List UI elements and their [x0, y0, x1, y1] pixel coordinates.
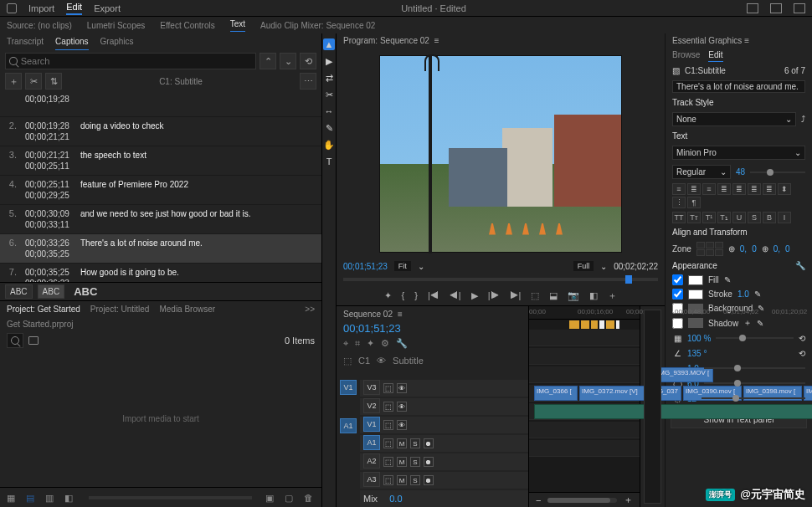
- project-tab-media[interactable]: Media Browser: [159, 305, 215, 318]
- caption-menu[interactable]: ⋯: [300, 73, 316, 90]
- track-v3-head[interactable]: V3⬚👁: [360, 380, 528, 397]
- kern-icon[interactable]: ⬍: [778, 183, 791, 195]
- align-center-icon[interactable]: ≣: [687, 183, 701, 195]
- source-a1[interactable]: A1: [340, 418, 357, 433]
- workspace-icon[interactable]: [747, 3, 758, 13]
- menu-export[interactable]: Export: [94, 3, 121, 13]
- eg-font-select[interactable]: Minion Pro⌄: [672, 146, 805, 160]
- lift-icon[interactable]: ⬚: [531, 290, 539, 301]
- timeline-body[interactable]: IMG_9393.MOV [ IMG_0366 [ IMG_0372.mov […: [529, 330, 640, 492]
- tl-zoom-out[interactable]: −: [536, 495, 541, 505]
- align-right-icon[interactable]: ≡: [702, 183, 716, 195]
- style-abc-large[interactable]: ABC: [69, 285, 101, 298]
- smallcaps-icon[interactable]: Tт: [687, 212, 701, 223]
- style-abc-small[interactable]: ABC: [5, 284, 33, 299]
- split-caption[interactable]: ✂: [25, 73, 42, 90]
- program-timecode[interactable]: 00;01;51;23: [343, 262, 388, 271]
- extract-icon[interactable]: ⬓: [549, 290, 558, 301]
- caption-prev[interactable]: ⌃: [260, 53, 276, 69]
- snap-icon[interactable]: ⌖: [343, 338, 348, 349]
- trash-icon[interactable]: 🗑: [304, 493, 315, 502]
- caption-track-icon[interactable]: ⬚: [343, 356, 352, 366]
- eg-trackstyle-select[interactable]: None⌄: [672, 112, 796, 126]
- play-icon[interactable]: ▶: [471, 290, 478, 301]
- sub-icon[interactable]: T₁: [717, 212, 731, 223]
- clip[interactable]: IMG_0372.mov [V]: [579, 386, 646, 401]
- justify3-icon[interactable]: ≣: [748, 183, 761, 195]
- share-icon[interactable]: [770, 3, 782, 13]
- go-out-icon[interactable]: ⯈|: [510, 290, 522, 300]
- source-v1[interactable]: V1: [340, 380, 357, 395]
- captions-tab-transcript[interactable]: Transcript: [7, 37, 44, 50]
- track-v2-head[interactable]: V2⬚👁: [360, 398, 528, 415]
- search-input[interactable]: [21, 56, 252, 66]
- eyedropper-icon[interactable]: ✎: [724, 275, 731, 284]
- razor-tool-icon[interactable]: ✂: [323, 89, 335, 100]
- zone-grid[interactable]: [696, 242, 723, 256]
- eg-tab-browse[interactable]: Browse: [672, 50, 700, 62]
- eg-weight-select[interactable]: Regular⌄: [672, 165, 731, 179]
- justify-icon[interactable]: ≣: [717, 183, 731, 195]
- tl-zoom-in[interactable]: ＋: [624, 494, 633, 506]
- tab-mixer[interactable]: Audio Clip Mixer: Sequence 02: [260, 21, 375, 30]
- caption-row[interactable]: 3.00;00;21;2100;00;25;11the speech to te…: [0, 146, 321, 176]
- fullscreen-icon[interactable]: [794, 3, 805, 13]
- allcaps-icon[interactable]: TT: [672, 212, 686, 223]
- add-caption[interactable]: ＋: [5, 73, 22, 90]
- merge-caption[interactable]: ⇅: [45, 73, 62, 90]
- export-frame-icon[interactable]: 📷: [568, 290, 579, 301]
- caption-next[interactable]: ⌄: [280, 53, 296, 69]
- audio-clip[interactable]: [534, 404, 812, 419]
- blur-slider[interactable]: [702, 397, 805, 399]
- program-full[interactable]: Full: [573, 261, 594, 271]
- eg-layer-text[interactable]: [672, 80, 805, 93]
- icon-view-icon[interactable]: ▤: [26, 493, 37, 502]
- program-scrubber[interactable]: [337, 274, 665, 285]
- style-abc-box[interactable]: ABC: [38, 284, 65, 299]
- marker-icon[interactable]: ✦: [367, 338, 374, 349]
- caption-row[interactable]: 4.00;00;25;1100;00;29;25feature of Premi…: [0, 176, 321, 205]
- project-tab-untitled[interactable]: Project: Untitled: [90, 305, 150, 318]
- type-tool-icon[interactable]: T: [323, 156, 335, 167]
- captions-tab-captions[interactable]: Captions: [55, 37, 88, 50]
- timeline-ruler[interactable]: 00;0000;00;16;0000;00;32;0000;00;48;0000…: [529, 306, 640, 320]
- track-a3-head[interactable]: A3⬚MS⏺: [360, 472, 528, 489]
- appearance-settings-icon[interactable]: 🔧: [795, 261, 805, 270]
- menu-edit[interactable]: Edit: [66, 2, 82, 15]
- button-editor-icon[interactable]: ＋: [608, 289, 617, 302]
- faux-bold-icon[interactable]: B: [763, 212, 776, 223]
- new-item-icon[interactable]: ▢: [285, 493, 296, 502]
- program-fit[interactable]: Fit: [394, 261, 411, 271]
- settings-icon[interactable]: ⚙: [381, 338, 389, 349]
- program-monitor[interactable]: [379, 55, 622, 253]
- link-icon[interactable]: ⌗: [355, 338, 360, 349]
- home-icon[interactable]: [7, 3, 17, 13]
- add-marker-icon[interactable]: ✦: [384, 290, 392, 301]
- underline-icon[interactable]: U: [732, 212, 746, 223]
- list-view-icon[interactable]: ▦: [7, 493, 18, 502]
- eg-size[interactable]: 48: [736, 167, 745, 177]
- shadow-check[interactable]: [672, 318, 683, 329]
- fill-check[interactable]: [672, 274, 683, 285]
- project-search[interactable]: [7, 333, 23, 348]
- shadow-swatch[interactable]: [688, 318, 703, 328]
- tab-text[interactable]: Text: [230, 19, 245, 32]
- menu-import[interactable]: Import: [28, 3, 54, 13]
- caption-band[interactable]: [529, 320, 640, 330]
- project-filter-icon[interactable]: [28, 336, 39, 345]
- pen-tool-icon[interactable]: ✎: [323, 122, 335, 134]
- freeform-view-icon[interactable]: ▥: [45, 493, 56, 502]
- captions-tab-graphics[interactable]: Graphics: [100, 37, 134, 50]
- strike-icon[interactable]: S: [748, 212, 761, 223]
- track-v1-head[interactable]: V1⬚👁: [360, 417, 528, 433]
- track-a1-head[interactable]: A1⬚MS⏺: [360, 435, 528, 452]
- super-icon[interactable]: T¹: [702, 212, 716, 223]
- new-bin-icon[interactable]: ▣: [265, 493, 276, 502]
- wrench-icon[interactable]: 🔧: [396, 338, 408, 349]
- caption-row[interactable]: 2.00;00;19;2800;00;21;21doing a video to…: [0, 117, 321, 146]
- clip-v1[interactable]: IMG_9393.MOV [: [655, 367, 713, 382]
- project-tab-more[interactable]: >>: [305, 305, 315, 318]
- justify2-icon[interactable]: ≣: [732, 183, 746, 195]
- ripple-tool-icon[interactable]: ⇄: [323, 72, 335, 84]
- tab-source[interactable]: Source: (no clips): [7, 21, 72, 30]
